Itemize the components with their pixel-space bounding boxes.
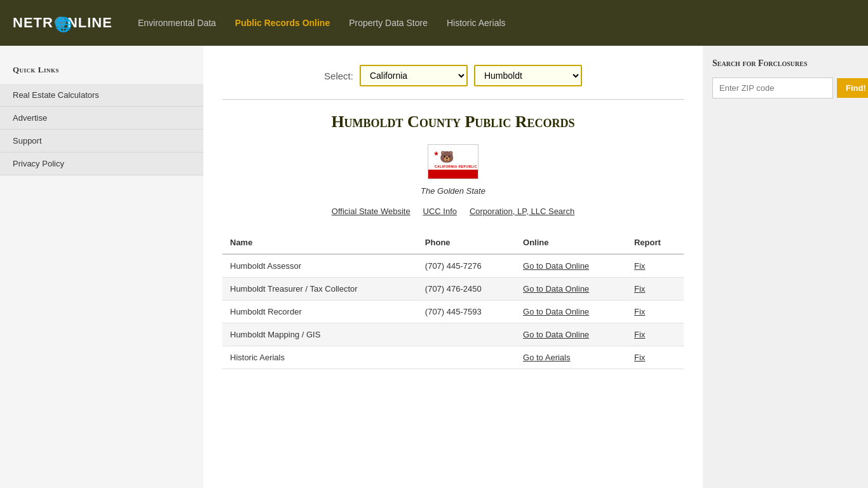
sidebar-item-privacy[interactable]: Privacy Policy (0, 152, 203, 175)
county-select[interactable]: Humboldt Alameda Alpine Amador Butte (474, 65, 582, 86)
record-phone (417, 323, 515, 346)
go-to-data-online-link[interactable]: Go to Aerials (523, 353, 570, 362)
record-report: Fix (627, 301, 684, 323)
state-select[interactable]: California Alabama Alaska Arizona Arkans… (360, 65, 468, 86)
record-report: Fix (627, 278, 684, 301)
quick-links-title: Quick Links (0, 58, 203, 84)
col-online: Online (515, 231, 627, 254)
site-logo[interactable]: NETR🌐NLINE (13, 15, 112, 31)
zip-input[interactable] (712, 78, 833, 98)
sidebar-item-real-estate[interactable]: Real Estate Calculators (0, 84, 203, 107)
record-name: Historic Aerials (222, 346, 417, 369)
record-report: Fix (627, 323, 684, 346)
fix-link[interactable]: Fix (634, 330, 645, 339)
state-caption: The Golden State (222, 186, 684, 196)
corporation-search-link[interactable]: Corporation, LP, LLC Search (470, 207, 574, 216)
sidebar-item-advertise[interactable]: Advertise (0, 107, 203, 130)
main-panel: Humboldt County Public Records ★ 🐻 CALIF… (222, 99, 684, 369)
table-row: Humboldt Recorder(707) 445-7593Go to Dat… (222, 301, 684, 323)
go-to-data-online-link[interactable]: Go to Data Online (523, 284, 589, 294)
california-flag: ★ 🐻 CALIFORNIA REPUBLIC (428, 144, 478, 179)
sidebar: Quick Links Real Estate Calculators Adve… (0, 46, 203, 488)
flag-stripe (428, 170, 478, 179)
record-report: Fix (627, 254, 684, 278)
table-row: Humboldt Treasurer / Tax Collector(707) … (222, 278, 684, 301)
go-to-data-online-link[interactable]: Go to Data Online (523, 261, 589, 271)
main-content: Select: California Alabama Alaska Arizon… (203, 46, 703, 488)
globe-icon: 🌐 (55, 17, 66, 28)
flag-star-icon: ★ (433, 150, 439, 157)
col-report: Report (627, 231, 684, 254)
fix-link[interactable]: Fix (634, 307, 645, 316)
record-online: Go to Aerials (515, 346, 627, 369)
records-table: Name Phone Online Report Humboldt Assess… (222, 231, 684, 369)
record-online: Go to Data Online (515, 301, 627, 323)
right-panel: Search for Forclosures Find! (703, 46, 868, 488)
find-button[interactable]: Find! (837, 78, 868, 98)
fix-link[interactable]: Fix (634, 284, 645, 294)
fix-link[interactable]: Fix (634, 353, 645, 362)
go-to-data-online-link[interactable]: Go to Data Online (523, 307, 589, 316)
foreclosure-title: Search for Forclosures (712, 58, 858, 69)
table-row: Humboldt Mapping / GISGo to Data OnlineF… (222, 323, 684, 346)
ucc-info-link[interactable]: UCC Info (423, 207, 457, 216)
flag-text: CALIFORNIA REPUBLIC (435, 165, 477, 168)
fix-link[interactable]: Fix (634, 261, 645, 271)
select-label: Select: (324, 71, 353, 81)
official-state-website-link[interactable]: Official State Website (332, 207, 410, 216)
record-name: Humboldt Assessor (222, 254, 417, 278)
nav-historic-aerials[interactable]: Historic Aerials (447, 18, 506, 28)
flag-bear-icon: 🐻 (440, 150, 454, 164)
nav-property-data-store[interactable]: Property Data Store (349, 18, 428, 28)
state-flag: ★ 🐻 CALIFORNIA REPUBLIC (222, 144, 684, 181)
col-name: Name (222, 231, 417, 254)
record-name: Humboldt Mapping / GIS (222, 323, 417, 346)
record-name: Humboldt Treasurer / Tax Collector (222, 278, 417, 301)
page-body: Quick Links Real Estate Calculators Adve… (0, 46, 868, 488)
col-phone: Phone (417, 231, 515, 254)
record-phone: (707) 476-2450 (417, 278, 515, 301)
record-online: Go to Data Online (515, 323, 627, 346)
record-phone: (707) 445-7593 (417, 301, 515, 323)
table-row: Humboldt Assessor(707) 445-7276Go to Dat… (222, 254, 684, 278)
table-row: Historic AerialsGo to AerialsFix (222, 346, 684, 369)
record-name: Humboldt Recorder (222, 301, 417, 323)
foreclosure-form: Find! (712, 78, 858, 98)
record-online: Go to Data Online (515, 278, 627, 301)
site-header: NETR🌐NLINE Environmental Data Public Rec… (0, 0, 868, 46)
main-nav: Environmental Data Public Records Online… (138, 18, 506, 28)
county-title: Humboldt County Public Records (222, 112, 684, 132)
select-bar: Select: California Alabama Alaska Arizon… (222, 58, 684, 99)
nav-environmental-data[interactable]: Environmental Data (138, 18, 216, 28)
record-online: Go to Data Online (515, 254, 627, 278)
record-report: Fix (627, 346, 684, 369)
nav-public-records-online[interactable]: Public Records Online (235, 18, 330, 28)
record-phone (417, 346, 515, 369)
state-links: Official State Website UCC Info Corporat… (222, 206, 684, 216)
go-to-data-online-link[interactable]: Go to Data Online (523, 330, 589, 339)
record-phone: (707) 445-7276 (417, 254, 515, 278)
sidebar-item-support[interactable]: Support (0, 130, 203, 152)
